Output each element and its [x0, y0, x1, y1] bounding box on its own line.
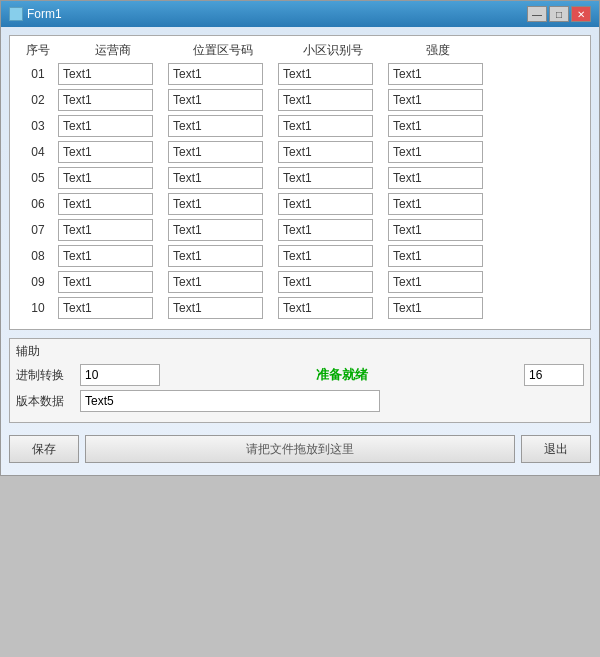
table-row: 05	[14, 167, 586, 189]
table-row: 06	[14, 193, 586, 215]
row-9-cellid[interactable]	[278, 271, 373, 293]
row-2-location[interactable]	[168, 89, 263, 111]
row-5-location[interactable]	[168, 167, 263, 189]
table-row: 10	[14, 297, 586, 319]
row-1-strength[interactable]	[388, 63, 483, 85]
table-row: 07	[14, 219, 586, 241]
table-row: 04	[14, 141, 586, 163]
aux-conversion-label: 进制转换	[16, 367, 76, 384]
row-5-cellid[interactable]	[278, 167, 373, 189]
row-4-location[interactable]	[168, 141, 263, 163]
table-rows-container: 01 02 03 04 05	[14, 63, 586, 319]
drop-zone-button[interactable]: 请把文件拖放到这里	[85, 435, 515, 463]
aux-row-version: 版本数据	[16, 390, 584, 412]
row-8-strength[interactable]	[388, 245, 483, 267]
row-7-cellid[interactable]	[278, 219, 373, 241]
aux-version-input[interactable]	[80, 390, 380, 412]
row-3-operator[interactable]	[58, 115, 153, 137]
save-button[interactable]: 保存	[9, 435, 79, 463]
row-8-location[interactable]	[168, 245, 263, 267]
col-header-cell-id: 小区识别号	[278, 42, 388, 59]
table-row: 01	[14, 63, 586, 85]
row-num-8: 08	[18, 249, 58, 263]
exit-button[interactable]: 退出	[521, 435, 591, 463]
table-row: 02	[14, 89, 586, 111]
row-3-strength[interactable]	[388, 115, 483, 137]
aux-conversion-output[interactable]	[524, 364, 584, 386]
col-header-location: 位置区号码	[168, 42, 278, 59]
table-row: 08	[14, 245, 586, 267]
aux-conversion-input[interactable]	[80, 364, 160, 386]
row-1-location[interactable]	[168, 63, 263, 85]
row-4-cellid[interactable]	[278, 141, 373, 163]
aux-version-label: 版本数据	[16, 393, 76, 410]
aux-row-conversion: 进制转换 准备就绪	[16, 364, 584, 386]
row-3-cellid[interactable]	[278, 115, 373, 137]
col-header-strength: 强度	[388, 42, 488, 59]
row-num-3: 03	[18, 119, 58, 133]
row-1-cellid[interactable]	[278, 63, 373, 85]
row-8-operator[interactable]	[58, 245, 153, 267]
row-10-location[interactable]	[168, 297, 263, 319]
title-bar-controls: — □ ✕	[527, 6, 591, 22]
row-num-5: 05	[18, 171, 58, 185]
content-area: 序号 运营商 位置区号码 小区识别号 强度 01 02 03	[1, 27, 599, 475]
data-table: 序号 运营商 位置区号码 小区识别号 强度 01 02 03	[9, 35, 591, 330]
title-bar: Form1 — □ ✕	[1, 1, 599, 27]
row-6-location[interactable]	[168, 193, 263, 215]
aux-status-text: 准备就绪	[164, 366, 520, 384]
col-header-seq: 序号	[18, 42, 58, 59]
row-7-location[interactable]	[168, 219, 263, 241]
row-5-strength[interactable]	[388, 167, 483, 189]
row-2-strength[interactable]	[388, 89, 483, 111]
row-2-operator[interactable]	[58, 89, 153, 111]
row-10-operator[interactable]	[58, 297, 153, 319]
row-num-9: 09	[18, 275, 58, 289]
window-icon	[9, 7, 23, 21]
close-button[interactable]: ✕	[571, 6, 591, 22]
row-num-2: 02	[18, 93, 58, 107]
row-num-7: 07	[18, 223, 58, 237]
maximize-button[interactable]: □	[549, 6, 569, 22]
row-num-10: 10	[18, 301, 58, 315]
table-row: 09	[14, 271, 586, 293]
col-header-operator: 运营商	[58, 42, 168, 59]
aux-title: 辅助	[16, 343, 584, 360]
table-header: 序号 运营商 位置区号码 小区识别号 强度	[14, 42, 586, 59]
row-6-strength[interactable]	[388, 193, 483, 215]
row-4-strength[interactable]	[388, 141, 483, 163]
main-window: Form1 — □ ✕ 序号 运营商 位置区号码 小区识别号 强度 01 02	[0, 0, 600, 476]
row-9-operator[interactable]	[58, 271, 153, 293]
row-8-cellid[interactable]	[278, 245, 373, 267]
row-num-4: 04	[18, 145, 58, 159]
window-title: Form1	[27, 7, 62, 21]
row-6-operator[interactable]	[58, 193, 153, 215]
row-7-strength[interactable]	[388, 219, 483, 241]
row-6-cellid[interactable]	[278, 193, 373, 215]
row-5-operator[interactable]	[58, 167, 153, 189]
row-9-strength[interactable]	[388, 271, 483, 293]
row-10-strength[interactable]	[388, 297, 483, 319]
row-7-operator[interactable]	[58, 219, 153, 241]
row-9-location[interactable]	[168, 271, 263, 293]
bottom-bar: 保存 请把文件拖放到这里 退出	[9, 431, 591, 467]
aux-section: 辅助 进制转换 准备就绪 版本数据	[9, 338, 591, 423]
row-num-1: 01	[18, 67, 58, 81]
row-2-cellid[interactable]	[278, 89, 373, 111]
row-4-operator[interactable]	[58, 141, 153, 163]
row-10-cellid[interactable]	[278, 297, 373, 319]
row-3-location[interactable]	[168, 115, 263, 137]
row-1-operator[interactable]	[58, 63, 153, 85]
title-bar-left: Form1	[9, 7, 62, 21]
minimize-button[interactable]: —	[527, 6, 547, 22]
row-num-6: 06	[18, 197, 58, 211]
table-row: 03	[14, 115, 586, 137]
